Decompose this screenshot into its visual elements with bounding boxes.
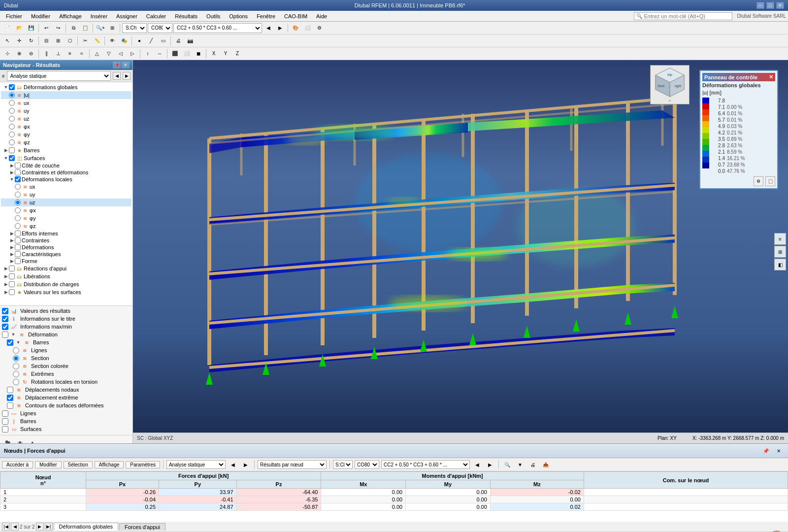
copy-button[interactable]: ⧉ (68, 23, 79, 33)
expand-deformations[interactable]: ▶ (9, 245, 15, 250)
expand-cote-couche[interactable]: ▶ (9, 163, 15, 168)
tree-item-surfaces[interactable]: ▼ ◫ Surfaces (1, 154, 131, 162)
view-3d[interactable]: ⬡ (65, 35, 75, 46)
tb3-btn3[interactable]: ⊖ (26, 48, 36, 59)
bt-cc-next-button[interactable]: ▶ (485, 459, 495, 470)
menu-cao[interactable]: CAO-BIM (280, 12, 311, 20)
tb3-btn18[interactable]: Y (220, 48, 231, 59)
vp-btn-1[interactable]: ≡ (774, 233, 786, 245)
nav-bottom-item-lignes2[interactable]: — Lignes (1, 409, 131, 417)
zoom-in-button[interactable]: 🔍+ (95, 23, 106, 33)
nav-bottom-item-rotations[interactable]: ↻ Rotations locales en torsion (1, 378, 131, 386)
tree-item-phiy[interactable]: ≋ φy (1, 131, 131, 138)
check-depl-extreme[interactable] (7, 395, 13, 401)
radio-lignes[interactable] (13, 347, 19, 354)
settings-button[interactable]: ⚙ (314, 23, 325, 33)
expand-def-locales[interactable]: ▼ (9, 177, 15, 182)
expand-valeurs-surfaces[interactable]: ▶ (3, 290, 9, 295)
analysis-prev-button[interactable]: ◀ (113, 72, 121, 80)
menu-aide[interactable]: Aide (312, 12, 331, 20)
expand-efforts[interactable]: ▶ (9, 231, 15, 236)
expand-barres[interactable]: ▶ (3, 148, 9, 153)
tb3-btn10[interactable]: ◁ (115, 48, 126, 59)
expand-deformation[interactable]: ▼ (10, 332, 16, 337)
search-box[interactable]: 🔍 (634, 12, 732, 20)
tb3-btn9[interactable]: ▽ (103, 48, 114, 59)
check-barres2[interactable] (2, 418, 8, 425)
check-contours[interactable] (7, 402, 13, 409)
bt-print-button[interactable]: 🖨 (527, 459, 538, 470)
tree-item-local-ux[interactable]: ≋ ux (1, 183, 131, 191)
nav-bottom-item-extremes[interactable]: ≋ Extrêmes (1, 370, 131, 378)
tree-item-barres[interactable]: ▶ ★ Barres (1, 146, 131, 154)
menu-modifier[interactable]: Modifier (27, 12, 54, 20)
redo-button[interactable]: ↪ (53, 23, 64, 33)
bottom-results-combo[interactable]: Résultats par nœud (258, 460, 327, 469)
color-panel-close-button[interactable]: ✕ (769, 74, 773, 80)
tree-item-contraintes-def[interactable]: ▶ Contraintes et déformations (1, 169, 131, 176)
nav-cursor-icon[interactable]: ↖ (28, 437, 38, 443)
tree-item-local-phiy[interactable]: ≋ φy (1, 214, 131, 222)
bottom-panel-pin-button[interactable]: 📌 (760, 445, 771, 456)
tb3-btn7[interactable]: ≈ (76, 48, 87, 59)
prev-load-button[interactable]: ◀ (263, 23, 274, 33)
expand-surfaces[interactable]: ▼ (3, 156, 9, 161)
nav-bottom-item-section[interactable]: ≋ Section (1, 354, 131, 362)
minimize-button[interactable]: ─ (756, 2, 764, 9)
radio-rotations[interactable] (13, 379, 19, 385)
radio-local-phiy[interactable] (15, 215, 21, 221)
nav-bottom-item-valeurs[interactable]: 📊 Valeurs des résultats (1, 307, 131, 315)
tree-item-contraintes2[interactable]: ▶ Contraintes (1, 237, 131, 244)
nav-bottom-item-titre[interactable]: ℹ Informations sur le titre (1, 315, 131, 323)
parametres-button[interactable]: Paramètres (126, 461, 160, 468)
tree-item-forme[interactable]: ▶ Forme (1, 258, 131, 265)
tb3-btn19[interactable]: Z (232, 48, 243, 59)
acceder-button[interactable]: Accéder à (2, 461, 33, 468)
tree-item-def-locales[interactable]: ▼ Déformations locales (1, 176, 131, 183)
view-side[interactable]: ⊞ (53, 35, 64, 46)
nav-close-button[interactable]: ✕ (122, 62, 130, 68)
close-button[interactable]: ✕ (776, 2, 784, 9)
cp-export-button[interactable]: 📋 (765, 176, 775, 186)
measure-button[interactable]: 📏 (92, 35, 102, 46)
modifier-button[interactable]: Modifier (35, 461, 62, 468)
nav-bottom-item-lignes[interactable]: ≋ Lignes (1, 346, 131, 354)
nav-pin-button[interactable]: 📌 (113, 62, 121, 68)
move-button[interactable]: ✛ (14, 35, 25, 46)
surface-button[interactable]: ▭ (158, 35, 168, 46)
line-button[interactable]: ╱ (146, 35, 157, 46)
tree-item-valeurs-surfaces[interactable]: ▶ ★ Valeurs sur les surfaces (1, 288, 131, 296)
viewport[interactable]: top right front + Panneau de contrôle ✕ … (133, 60, 788, 443)
tree-item-local-phix[interactable]: ≋ φx (1, 206, 131, 214)
expand-barres-sub[interactable]: ▼ (15, 340, 21, 345)
radio-local-phix[interactable] (15, 207, 21, 213)
nav-bottom-item-contours[interactable]: ≋ Contours de surfaces déformées (1, 401, 131, 409)
analysis-next-button[interactable]: ▶ (123, 72, 131, 80)
tb3-btn12[interactable]: ↕ (142, 48, 153, 59)
radio-u-abs[interactable] (9, 92, 15, 98)
tree-item-uy[interactable]: ≋ uy (1, 107, 131, 115)
tree-item-cote-couche[interactable]: ▶ Côté de couche (1, 162, 131, 169)
radio-phix[interactable] (9, 124, 15, 130)
expand-caracteristiques[interactable]: ▶ (9, 252, 15, 257)
select-button[interactable]: ↖ (2, 35, 13, 46)
new-button[interactable]: 📄 (2, 23, 13, 33)
tb3-btn6[interactable]: ≡ (65, 48, 75, 59)
tree-item-liberations[interactable]: ▶ 🗂 Libérations (1, 272, 131, 280)
tb3-btn16[interactable]: ◼ (193, 48, 204, 59)
check-distribution[interactable] (9, 281, 15, 287)
search-input[interactable] (644, 13, 718, 19)
expand-def-globales[interactable]: ▼ (3, 85, 9, 90)
check-cote-couche[interactable] (15, 163, 21, 168)
tab-prev-button[interactable]: ◀ (11, 523, 19, 531)
vp-btn-3[interactable]: ◧ (774, 259, 786, 270)
check-barres[interactable] (9, 147, 15, 153)
radio-phiy[interactable] (9, 132, 15, 137)
tree-item-local-phiz[interactable]: ≋ φz (1, 222, 131, 230)
bottom-panel-close-button[interactable]: ✕ (773, 445, 784, 456)
tree-item-reactions[interactable]: ▶ 🗂 Réactions d'appui (1, 265, 131, 272)
expand-contraintes2[interactable]: ▶ (9, 238, 15, 243)
tab-first-button[interactable]: |◀ (2, 523, 10, 531)
tb3-btn17[interactable]: X (208, 48, 219, 59)
radio-extremes[interactable] (13, 371, 19, 377)
